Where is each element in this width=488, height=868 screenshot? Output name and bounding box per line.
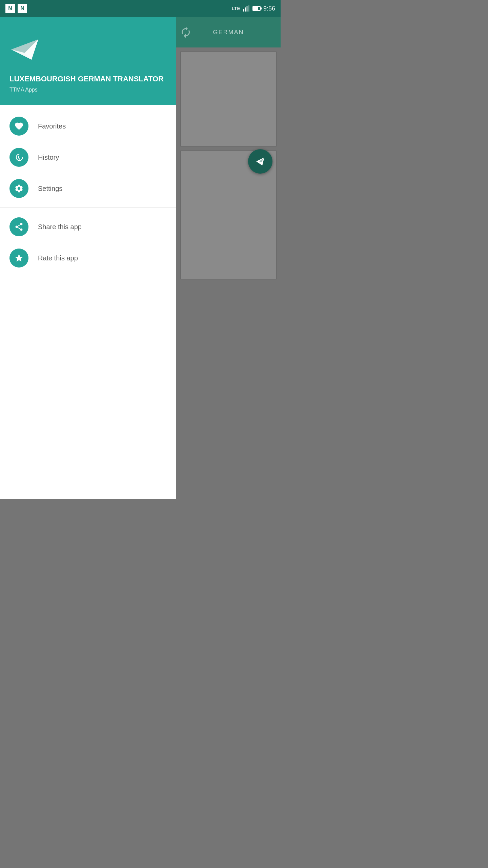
drawer-menu: Favorites History Settings bbox=[0, 105, 176, 499]
star-icon bbox=[14, 253, 24, 263]
app-subtitle: TTMA Apps bbox=[9, 87, 167, 93]
navigation-drawer: LUXEMBOURGISH GERMAN TRANSLATOR TTMA App… bbox=[0, 17, 176, 499]
status-bar-right: LTE 9:56 bbox=[232, 5, 275, 12]
send-icon bbox=[254, 155, 266, 167]
svg-rect-2 bbox=[246, 6, 248, 12]
drawer-header: LUXEMBOURGISH GERMAN TRANSLATOR TTMA App… bbox=[0, 17, 176, 105]
rate-icon-circle bbox=[9, 249, 28, 268]
notification-icon-2: N bbox=[18, 4, 27, 13]
battery-icon bbox=[252, 6, 261, 11]
svg-rect-3 bbox=[248, 5, 249, 12]
history-label: History bbox=[38, 154, 59, 161]
signal-icon bbox=[243, 5, 250, 12]
menu-item-rate[interactable]: Rate this app bbox=[0, 242, 176, 274]
status-bar: N N LTE 9:56 bbox=[0, 0, 281, 17]
history-icon-circle bbox=[9, 148, 28, 167]
settings-icon-circle bbox=[9, 179, 28, 198]
input-text-area[interactable] bbox=[180, 52, 277, 146]
rotate-icon[interactable] bbox=[180, 26, 192, 38]
translate-button[interactable] bbox=[248, 149, 272, 174]
clock-icon bbox=[14, 153, 24, 162]
app-title: LUXEMBOURGISH GERMAN TRANSLATOR bbox=[9, 74, 167, 84]
status-bar-left: N N bbox=[5, 4, 27, 13]
rate-label: Rate this app bbox=[38, 254, 78, 262]
svg-rect-1 bbox=[245, 7, 246, 12]
menu-item-share[interactable]: Share this app bbox=[0, 211, 176, 242]
translate-area bbox=[176, 47, 281, 499]
svg-rect-0 bbox=[243, 9, 244, 12]
share-label: Share this app bbox=[38, 223, 82, 231]
lte-label: LTE bbox=[232, 6, 240, 11]
heart-icon bbox=[14, 121, 24, 131]
menu-item-settings[interactable]: Settings bbox=[0, 173, 176, 204]
share-icon bbox=[14, 222, 24, 232]
menu-divider bbox=[0, 208, 176, 208]
share-icon-circle bbox=[9, 217, 28, 236]
gear-icon bbox=[14, 184, 24, 193]
favorites-label: Favorites bbox=[38, 122, 66, 130]
main-toolbar: GERMAN bbox=[176, 17, 281, 47]
notification-icon-1: N bbox=[5, 4, 15, 13]
menu-item-history[interactable]: History bbox=[0, 142, 176, 173]
app-logo bbox=[9, 34, 40, 65]
settings-label: Settings bbox=[38, 185, 62, 193]
main-layout: LUXEMBOURGISH GERMAN TRANSLATOR TTMA App… bbox=[0, 17, 281, 499]
menu-item-favorites[interactable]: Favorites bbox=[0, 111, 176, 142]
favorites-icon-circle bbox=[9, 117, 28, 136]
time-display: 9:56 bbox=[263, 5, 275, 12]
main-content: GERMAN bbox=[176, 17, 281, 499]
language-label: GERMAN bbox=[213, 29, 244, 36]
